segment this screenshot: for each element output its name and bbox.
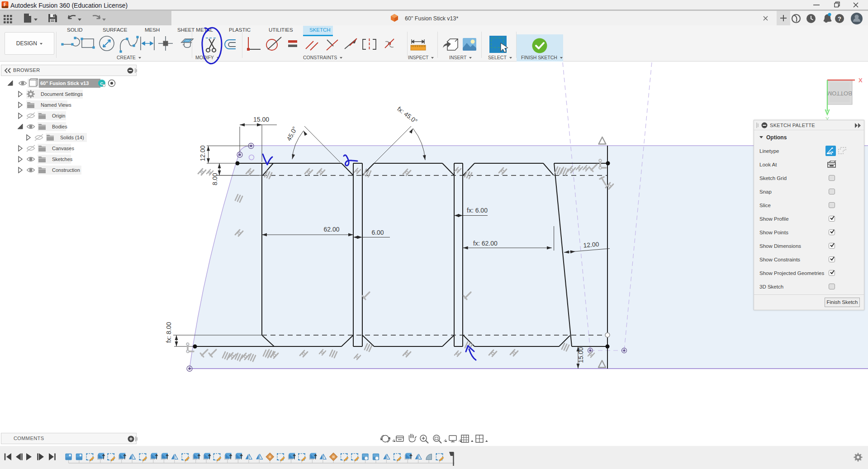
- svg-text:fx: 45.0°: fx: 45.0°: [396, 105, 419, 125]
- svg-text:Sketches: Sketches: [52, 156, 73, 162]
- svg-text:Document Settings: Document Settings: [41, 91, 83, 97]
- svg-text:Named Views: Named Views: [41, 102, 71, 108]
- svg-text:15.00: 15.00: [577, 347, 584, 363]
- svg-text:X: X: [859, 77, 863, 84]
- svg-text:60" Fusion Stick v13: 60" Fusion Stick v13: [40, 81, 89, 86]
- svg-text:6.00: 6.00: [371, 229, 384, 236]
- svg-text:12.00: 12.00: [199, 145, 206, 161]
- svg-text:fx: 62.00: fx: 62.00: [473, 240, 498, 247]
- svg-text:8.00: 8.00: [211, 173, 218, 185]
- svg-text:BOTTOM: BOTTOM: [827, 90, 852, 97]
- svg-text:Construction: Construction: [52, 167, 80, 173]
- svg-text:62.00: 62.00: [323, 226, 339, 233]
- svg-text:45.0°: 45.0°: [285, 125, 299, 142]
- svg-text:Bodies: Bodies: [52, 124, 67, 129]
- svg-text:fx: 6.00: fx: 6.00: [467, 207, 488, 214]
- svg-text:12.00: 12.00: [583, 240, 600, 249]
- svg-text:Solids (14): Solids (14): [60, 135, 84, 140]
- svg-text:Origin: Origin: [52, 113, 65, 118]
- svg-text:fx: 8.00: fx: 8.00: [165, 322, 172, 343]
- svg-text:Canvases: Canvases: [52, 146, 74, 151]
- svg-text:15.00: 15.00: [253, 116, 269, 123]
